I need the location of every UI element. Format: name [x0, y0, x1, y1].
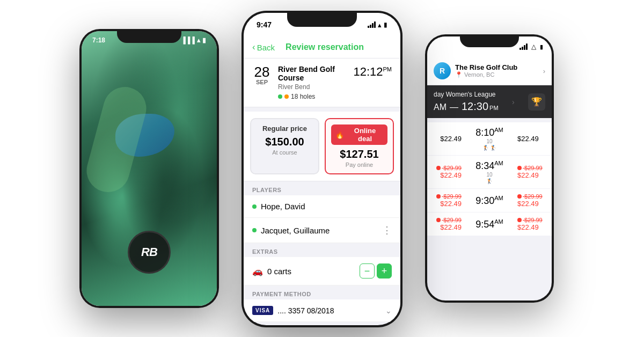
card-info: .... 3357 08/2018	[277, 306, 381, 315]
holes-label: 18 holes	[291, 93, 315, 100]
cart-stepper[interactable]: − +	[360, 263, 392, 279]
tee2-golfer-icons: 🏌	[466, 178, 513, 184]
tee4-time-big: 9:54AM	[466, 218, 513, 230]
tee1-time-big: 8:10AM	[466, 127, 513, 138]
tee3-price-disc: $22.49	[434, 200, 462, 208]
tee-row-2[interactable]: $29.99 $22.49 8:34AM 10 🏌	[427, 156, 552, 188]
back-button[interactable]: ‹ Back	[252, 42, 275, 53]
league-end-time: 12:30	[462, 100, 488, 113]
league-end-suffix: PM	[489, 105, 499, 111]
phone-right-inner: △ ▮ R The Rise Golf Club 📍 Vernon, BC ›	[427, 36, 552, 301]
tee2-price-left: $29.99 $22.49	[434, 165, 462, 179]
deal-dot3-icon	[436, 194, 441, 199]
club-header[interactable]: R The Rise Golf Club 📍 Vernon, BC ›	[427, 57, 552, 85]
league-chevron-icon: ›	[512, 98, 515, 106]
tee3-price-striked: $29.99	[434, 193, 462, 200]
player2-dot	[252, 228, 257, 232]
deal-price-card[interactable]: 🔥 Online deal $127.51 Pay online	[325, 118, 394, 174]
club-chevron-icon: ›	[543, 67, 545, 75]
tee-time-suffix: PM	[383, 66, 392, 72]
league-name: day Women's League	[434, 91, 499, 98]
battery-icon: ▮	[384, 21, 387, 28]
center-time: 9:47	[257, 20, 272, 29]
payment-section-label: PAYMENT METHOD	[244, 285, 400, 299]
player-row-2: Jacquet, Guillaume ⋮	[244, 218, 400, 243]
tee2-time-center: 8:34AM 10 🏌	[466, 160, 513, 184]
phone-center-inner: 9:47 ▴ ▮ ‹ Back Revi	[244, 13, 400, 325]
tee3-price-left: $29.99 $22.49	[434, 193, 462, 208]
dot-green-icon	[278, 94, 282, 99]
players-section-label: PLAYERS	[244, 181, 400, 195]
tee4-time-center: 9:54AM	[466, 218, 513, 230]
tee4-price-right-striked: $29.99	[517, 217, 545, 223]
deal-dot-right-icon	[517, 166, 522, 170]
date-block: 28 SEP	[252, 65, 272, 85]
phone-left-inner: 7:18 ▐▐▐ ▴ ▮ RB	[82, 31, 217, 306]
payment-row[interactable]: VISA .... 3357 08/2018 ⌄	[244, 299, 400, 322]
tee1-slots: 10	[466, 138, 513, 144]
league-start: AM	[434, 102, 447, 112]
price-section: Regular price $150.00 At course 🔥 Online…	[244, 112, 400, 181]
tee3-price-right: $29.99 $22.49	[517, 193, 545, 208]
course-info: River Bend Golf Course River Bend 18 hol…	[278, 65, 347, 100]
phone-center: 9:47 ▴ ▮ ‹ Back Revi	[241, 11, 402, 327]
tee-row-3[interactable]: $29.99 $22.49 9:30AM $29.99 $22.49	[427, 189, 552, 212]
deal-price-amount: $127.51	[331, 148, 387, 160]
extras-section-label: EXTRAS	[244, 243, 400, 257]
club-avatar: R	[434, 62, 451, 79]
center-nav: ‹ Back Review reservation	[244, 36, 400, 58]
card-number: .... 3357	[277, 306, 305, 315]
scene: 7:18 ▐▐▐ ▴ ▮ RB 9:47	[0, 0, 644, 337]
phone-right: △ ▮ R The Rise Golf Club 📍 Vernon, BC ›	[425, 34, 554, 303]
deal-label-text: Online deal	[347, 127, 383, 143]
tee4-price-left: $29.99 $22.49	[434, 217, 462, 231]
stepper-plus-button[interactable]: +	[377, 263, 392, 279]
dot-orange-icon	[284, 94, 289, 99]
league-row[interactable]: day Women's League AM — 12:30 PM › 🏆	[427, 85, 552, 118]
regular-price-card[interactable]: Regular price $150.00 At course	[250, 118, 319, 174]
signal-bars	[368, 21, 376, 28]
wifi-icon: ▴	[197, 36, 200, 44]
tee2-price-striked: $29.99	[434, 165, 462, 171]
right-wifi-icon: △	[531, 43, 536, 50]
golfer-icon: 🏌	[490, 145, 496, 151]
tee3-time-center: 9:30AM	[466, 195, 513, 207]
stepper-minus-button[interactable]: −	[360, 263, 375, 279]
club-name-block: The Rise Golf Club 📍 Vernon, BC	[455, 63, 539, 78]
club-location: 📍 Vernon, BC	[455, 71, 539, 78]
tee1-golfer-icons: 🏌 🏌	[466, 145, 513, 151]
league-time: AM — 12:30 PM	[434, 100, 499, 113]
tee-time-value: 12:12	[353, 65, 383, 78]
signal-icon: ▐▐▐	[181, 36, 195, 44]
tee2-price-disc: $22.49	[434, 171, 462, 179]
regular-price-amount: $150.00	[257, 136, 313, 148]
tee-row-4[interactable]: $29.99 $22.49 9:54AM $29.99 $22.49	[427, 213, 552, 236]
more-options-icon[interactable]: ⋮	[382, 224, 392, 236]
deal-price-sublabel: Pay online	[331, 162, 387, 168]
back-label: Back	[257, 43, 275, 52]
back-chevron-icon: ‹	[252, 42, 255, 53]
logo-text: RB	[141, 245, 157, 259]
tee2-price-right-disc: $22.49	[517, 171, 545, 179]
extras-row: 🚗 0 carts − +	[244, 257, 400, 285]
phone-left: 7:18 ▐▐▐ ▴ ▮ RB	[79, 29, 219, 308]
tee-row-1[interactable]: $22.49 8:10AM 10 🏌 🏌 $22.49	[427, 122, 552, 155]
right-signal	[519, 43, 528, 50]
regular-price-label: Regular price	[257, 124, 313, 133]
wifi-icon: ▴	[378, 21, 382, 29]
tee2-price-right-striked: $29.99	[517, 165, 545, 171]
left-status-icons: ▐▐▐ ▴ ▮	[181, 36, 206, 44]
left-time: 7:18	[92, 36, 105, 44]
right-battery-icon: ▮	[540, 43, 543, 50]
regular-price-sublabel: At course	[257, 149, 313, 156]
player1-dot	[252, 204, 257, 209]
deal-dot-icon	[436, 166, 441, 170]
player1-name: Hope, David	[261, 202, 392, 211]
tee4-price-right-disc: $22.49	[517, 223, 545, 231]
center-notch	[287, 11, 357, 27]
location-pin-icon: 📍	[455, 71, 463, 78]
right-notch	[460, 34, 519, 47]
trophy-badge: 🏆	[528, 93, 545, 111]
tee-time: 12:12PM	[353, 65, 392, 79]
tee3-price-right-disc: $22.49	[517, 200, 545, 208]
